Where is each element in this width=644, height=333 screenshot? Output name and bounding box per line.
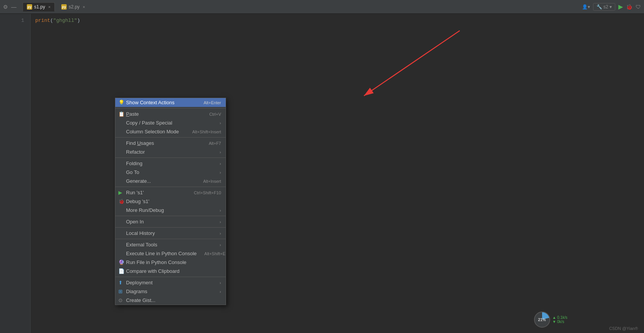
menu-item-generate[interactable]: Generate... Alt+Insert bbox=[115, 177, 226, 185]
run-file-python-icon: 🔮 bbox=[118, 259, 125, 265]
tab-s2-icon: py bbox=[61, 4, 67, 10]
menu-item-folding[interactable]: Folding › bbox=[115, 159, 226, 168]
open-in-label: Open In bbox=[126, 219, 218, 225]
refactor-arrow: › bbox=[220, 150, 221, 154]
editor-area: 1 print ( "ghghll" ) bbox=[0, 14, 644, 333]
tab-s2-close[interactable]: × bbox=[83, 5, 85, 9]
menu-item-execute-line[interactable]: Execute Line in Python Console Alt+Shift… bbox=[115, 249, 226, 258]
menu-item-external-tools[interactable]: External Tools › bbox=[115, 240, 226, 249]
line-number-1: 1 bbox=[0, 17, 27, 25]
shield-button[interactable]: 🛡 bbox=[636, 4, 641, 10]
goto-arrow: › bbox=[220, 170, 221, 175]
context-actions-label: Show Context Actions bbox=[126, 100, 196, 105]
local-history-arrow: › bbox=[220, 231, 221, 236]
generate-shortcut: Alt+Insert bbox=[203, 179, 221, 184]
menu-item-find-usages[interactable]: Find Usages Alt+F7 bbox=[115, 139, 226, 148]
tab-s2[interactable]: py s2.py × bbox=[57, 2, 89, 11]
net-down: ▼ 0k/s bbox=[552, 320, 567, 324]
line-gutter: 1 bbox=[0, 14, 31, 333]
tab-bar-right: 👤▾ 🔧 s2 ▾ ▶ 🐞 🛡 bbox=[582, 3, 641, 11]
paste-shortcut: Ctrl+V bbox=[209, 112, 221, 116]
menu-item-diagrams[interactable]: ⊞ Diagrams › bbox=[115, 287, 226, 296]
external-tools-label: External Tools bbox=[126, 242, 218, 248]
goto-label: Go To bbox=[126, 169, 218, 175]
open-in-arrow: › bbox=[220, 220, 221, 224]
debug-button[interactable]: 🐞 bbox=[626, 4, 633, 10]
tab-s1-label: s1.py bbox=[34, 4, 45, 10]
compare-clipboard-icon: 📄 bbox=[118, 268, 125, 274]
settings-icon[interactable]: ⚙ bbox=[3, 4, 8, 10]
menu-item-compare-clipboard[interactable]: 📄 Compare with Clipboard bbox=[115, 267, 226, 276]
net-up: ▲ 0.1k/s bbox=[552, 315, 567, 320]
run-s1-shortcut: Ctrl+Shift+F10 bbox=[194, 190, 221, 195]
diagrams-icon: ⊞ bbox=[118, 289, 123, 294]
separator-6 bbox=[115, 227, 226, 228]
context-menu: 💡 Show Context Actions Alt+Enter 📋 Paste… bbox=[115, 98, 226, 305]
column-selection-shortcut: Alt+Shift+Insert bbox=[192, 130, 221, 134]
tab-s2-label: s2.py bbox=[69, 4, 80, 10]
menu-item-deployment[interactable]: ⬆ Deployment › bbox=[115, 278, 226, 287]
menu-item-local-history[interactable]: Local History › bbox=[115, 229, 226, 238]
run-s1-icon: ▶ bbox=[118, 190, 122, 195]
column-selection-label: Column Selection Mode bbox=[126, 129, 185, 135]
code-line-1: print ( "ghghll" ) bbox=[35, 17, 639, 25]
create-gist-label: Create Gist... bbox=[126, 297, 221, 303]
folding-arrow: › bbox=[220, 161, 221, 166]
code-string: "ghghll" bbox=[53, 17, 77, 25]
cpu-circle: 21% bbox=[534, 312, 550, 328]
menu-item-run-file-python[interactable]: 🔮 Run File in Python Console bbox=[115, 258, 226, 267]
compare-clipboard-label: Compare with Clipboard bbox=[126, 268, 221, 274]
separator-5 bbox=[115, 216, 226, 216]
execute-line-shortcut: Alt+Shift+E bbox=[204, 251, 225, 256]
bottom-label: CSDN @Yian® bbox=[609, 326, 638, 331]
debug-s1-icon: 🐞 bbox=[118, 198, 125, 204]
run-button[interactable]: ▶ bbox=[618, 3, 623, 10]
separator-1 bbox=[115, 108, 226, 108]
execute-line-label: Execute Line in Python Console bbox=[126, 251, 197, 256]
menu-item-refactor[interactable]: Refactor › bbox=[115, 148, 226, 156]
separator-2 bbox=[115, 137, 226, 138]
local-history-label: Local History bbox=[126, 230, 218, 236]
menu-item-goto[interactable]: Go To › bbox=[115, 168, 226, 177]
refactor-label: Refactor bbox=[126, 149, 218, 155]
branch-dropdown[interactable]: 🔧 s2 ▾ bbox=[593, 3, 615, 11]
user-icon[interactable]: 👤▾ bbox=[582, 4, 590, 10]
find-usages-label: Find Usages bbox=[126, 140, 201, 146]
external-tools-arrow: › bbox=[220, 243, 221, 247]
paste-label: Paste bbox=[126, 111, 202, 117]
code-paren-close: ) bbox=[77, 17, 80, 25]
minimize-icon[interactable]: — bbox=[11, 4, 16, 10]
find-usages-shortcut: Alt+F7 bbox=[209, 141, 221, 146]
copy-paste-special-arrow: › bbox=[220, 121, 221, 125]
tab-s1[interactable]: py s1.py × bbox=[23, 2, 55, 11]
menu-item-create-gist[interactable]: ⊙ Create Gist... bbox=[115, 296, 226, 305]
paste-icon: 📋 bbox=[118, 111, 125, 117]
deployment-icon: ⬆ bbox=[118, 280, 123, 285]
separator-4 bbox=[115, 187, 226, 187]
menu-item-open-in[interactable]: Open In › bbox=[115, 217, 226, 226]
menu-item-more-run-debug[interactable]: More Run/Debug › bbox=[115, 206, 226, 215]
menu-item-copy-paste-special[interactable]: Copy / Paste Special › bbox=[115, 118, 226, 127]
menu-item-column-selection[interactable]: Column Selection Mode Alt+Shift+Insert bbox=[115, 127, 226, 136]
menu-item-run-s1[interactable]: ▶ Run 's1' Ctrl+Shift+F10 bbox=[115, 188, 226, 197]
deployment-arrow: › bbox=[220, 281, 221, 285]
create-gist-icon: ⊙ bbox=[118, 297, 123, 303]
menu-item-show-context-actions[interactable]: 💡 Show Context Actions Alt+Enter bbox=[115, 98, 226, 107]
cpu-percent: 21% bbox=[538, 318, 546, 322]
context-actions-icon: 💡 bbox=[118, 100, 125, 105]
separator-7 bbox=[115, 239, 226, 239]
deployment-label: Deployment bbox=[126, 280, 218, 285]
debug-s1-label: Debug 's1' bbox=[126, 198, 221, 204]
tab-s1-close[interactable]: × bbox=[48, 5, 51, 9]
tab-bar-left: ⚙ — py s1.py × py s2.py × bbox=[3, 2, 89, 11]
separator-3 bbox=[115, 157, 226, 158]
separator-8 bbox=[115, 277, 226, 277]
tab-s1-icon: py bbox=[27, 4, 32, 10]
folding-label: Folding bbox=[126, 161, 218, 166]
more-run-debug-arrow: › bbox=[220, 208, 221, 213]
diagrams-label: Diagrams bbox=[126, 289, 218, 294]
menu-item-debug-s1[interactable]: 🐞 Debug 's1' bbox=[115, 197, 226, 206]
menu-item-paste[interactable]: 📋 Paste Ctrl+V bbox=[115, 110, 226, 118]
code-keyword-print: print bbox=[35, 17, 50, 25]
diagrams-arrow: › bbox=[220, 289, 221, 294]
